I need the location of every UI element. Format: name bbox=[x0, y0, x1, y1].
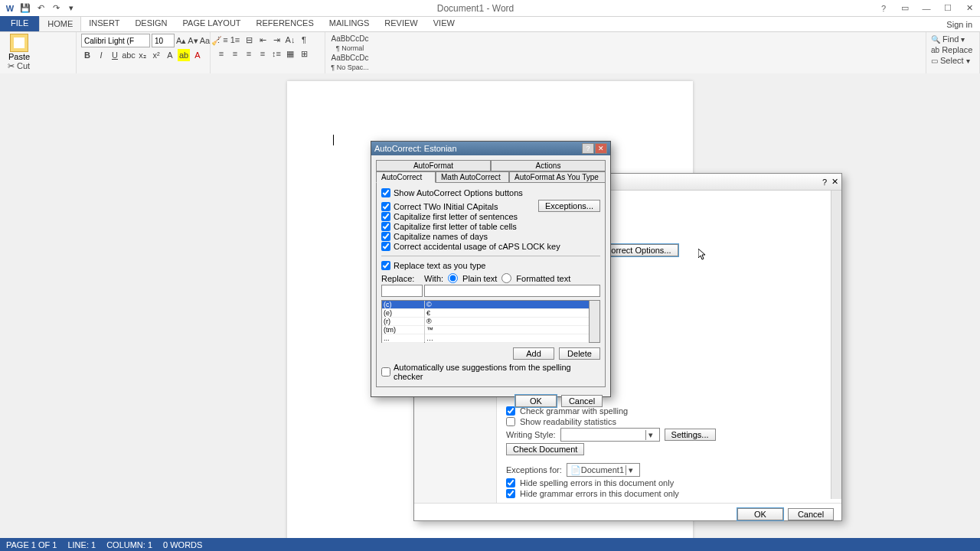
borders-icon[interactable]: ⊞ bbox=[298, 47, 310, 60]
signin-link[interactable]: Sign in bbox=[939, 18, 980, 31]
autocorrect-titlebar: AutoCorrect: Estonian ? ✕ bbox=[371, 142, 610, 155]
autocorrect-ok-button[interactable]: OK bbox=[515, 395, 557, 407]
help-icon[interactable]: ? bbox=[873, 0, 894, 17]
bold-button[interactable]: B bbox=[81, 49, 93, 61]
exceptions-combo[interactable]: 📄 Document1▾ bbox=[567, 463, 640, 477]
subscript-button[interactable]: x₂ bbox=[136, 49, 149, 61]
style-normal[interactable]: AaBbCcDc¶ Normal bbox=[330, 34, 370, 53]
tab-review[interactable]: REVIEW bbox=[377, 16, 425, 31]
writing-style-combo[interactable]: ▾ bbox=[560, 428, 660, 442]
autocorrect-close-icon[interactable]: ✕ bbox=[595, 143, 607, 154]
autocorrect-help-icon[interactable]: ? bbox=[582, 143, 594, 154]
tab-autoformat[interactable]: AutoFormat bbox=[376, 160, 491, 171]
maximize-icon[interactable]: ☐ bbox=[937, 0, 959, 17]
underline-button[interactable]: U bbox=[109, 49, 121, 61]
select-button[interactable]: ▭ Select ▾ bbox=[931, 55, 975, 66]
align-right-icon[interactable]: ≡ bbox=[243, 47, 255, 60]
status-page[interactable]: PAGE 1 OF 1 bbox=[6, 540, 57, 549]
ribbon-options-icon[interactable]: ▭ bbox=[894, 0, 916, 17]
options-close-icon[interactable]: ✕ bbox=[831, 177, 838, 187]
list-scrollbar[interactable] bbox=[589, 301, 599, 342]
align-center-icon[interactable]: ≡ bbox=[229, 47, 241, 60]
increase-indent-icon[interactable]: ⇥ bbox=[270, 34, 283, 46]
hide-grammar-chk[interactable] bbox=[506, 489, 515, 498]
italic-button[interactable]: I bbox=[95, 49, 107, 61]
replace-type-chk[interactable] bbox=[381, 261, 390, 270]
redo-icon[interactable]: ↷ bbox=[49, 2, 63, 15]
shading-icon[interactable]: ▦ bbox=[284, 47, 296, 60]
plain-text-radio[interactable] bbox=[448, 273, 458, 283]
grow-font-icon[interactable]: A▴ bbox=[176, 34, 186, 47]
superscript-button[interactable]: x² bbox=[150, 49, 162, 61]
strike-button[interactable]: abc bbox=[122, 49, 135, 61]
tab-insert[interactable]: INSERT bbox=[81, 16, 127, 31]
save-icon[interactable]: 💾 bbox=[18, 2, 32, 15]
tab-design[interactable]: DESIGN bbox=[127, 16, 175, 31]
options-scrollbar[interactable] bbox=[831, 191, 841, 499]
autocorrect-list[interactable]: (c)(e)(r)(tm)... ©€®™… bbox=[381, 300, 600, 343]
autocorrect-cancel-button[interactable]: Cancel bbox=[561, 395, 603, 407]
options-cancel-button[interactable]: Cancel bbox=[788, 508, 834, 520]
highlight-icon[interactable]: ab bbox=[178, 49, 190, 61]
justify-icon[interactable]: ≡ bbox=[256, 47, 269, 60]
close-icon[interactable]: ✕ bbox=[959, 0, 980, 17]
status-column[interactable]: COLUMN: 1 bbox=[106, 540, 152, 549]
replace-button[interactable]: ab Replace bbox=[931, 44, 975, 55]
numbering-icon[interactable]: 1≡ bbox=[229, 34, 241, 46]
decrease-indent-icon[interactable]: ⇤ bbox=[256, 34, 269, 46]
tab-mailings[interactable]: MAILINGS bbox=[322, 16, 377, 31]
tab-references[interactable]: REFERENCES bbox=[249, 16, 322, 31]
change-case-icon[interactable]: Aa bbox=[200, 34, 210, 47]
tab-page-layout[interactable]: PAGE LAYOUT bbox=[175, 16, 249, 31]
cut-button[interactable]: ✂ Cut bbox=[8, 61, 71, 71]
check-document-button[interactable]: Check Document bbox=[506, 443, 584, 455]
bullets-icon[interactable]: ⋮≡ bbox=[215, 34, 227, 46]
status-words[interactable]: 0 WORDS bbox=[163, 540, 202, 549]
cap-days-chk[interactable] bbox=[381, 232, 390, 241]
paste-button[interactable]: Paste bbox=[5, 34, 34, 61]
options-help-icon[interactable]: ? bbox=[822, 178, 827, 187]
font-group: A▴ A▾ Aa 🧹 B I U abc x₂ x² A ab A bbox=[77, 32, 211, 77]
multilevel-icon[interactable]: ⊟ bbox=[243, 34, 255, 46]
show-readability-chk[interactable] bbox=[506, 417, 515, 426]
tab-math-autocorrect[interactable]: Math AutoCorrect bbox=[436, 171, 509, 183]
show-buttons-chk[interactable] bbox=[381, 188, 390, 197]
replace-input[interactable] bbox=[381, 285, 423, 297]
align-left-icon[interactable]: ≡ bbox=[215, 47, 227, 60]
find-button[interactable]: 🔍 Find ▾ bbox=[931, 34, 975, 44]
correct-caps-chk[interactable] bbox=[381, 242, 390, 251]
settings-button[interactable]: Settings... bbox=[665, 429, 716, 441]
tab-autoformat-type[interactable]: AutoFormat As You Type bbox=[509, 171, 606, 183]
cap-cells-chk[interactable] bbox=[381, 222, 390, 231]
text-effects-icon[interactable]: A bbox=[164, 49, 176, 61]
correct-two-chk[interactable] bbox=[381, 202, 390, 211]
auto-suggest-label: Automatically use suggestions from the s… bbox=[394, 363, 600, 381]
options-ok-button[interactable]: OK bbox=[737, 508, 783, 520]
hide-spelling-chk[interactable] bbox=[506, 478, 515, 487]
font-color-icon[interactable]: A bbox=[191, 49, 204, 61]
tab-actions[interactable]: Actions bbox=[491, 160, 606, 171]
undo-icon[interactable]: ↶ bbox=[34, 2, 47, 15]
with-input[interactable] bbox=[424, 285, 600, 297]
tab-view[interactable]: VIEW bbox=[426, 16, 462, 31]
add-button[interactable]: Add bbox=[513, 347, 554, 360]
line-spacing-icon[interactable]: ↕≡ bbox=[270, 47, 283, 60]
delete-button[interactable]: Delete bbox=[559, 347, 600, 360]
tab-home[interactable]: HOME bbox=[39, 16, 81, 31]
font-size-combo[interactable] bbox=[152, 34, 175, 47]
auto-suggest-chk[interactable] bbox=[381, 367, 390, 377]
shrink-font-icon[interactable]: A▾ bbox=[188, 34, 198, 47]
sort-icon[interactable]: A↓ bbox=[284, 34, 296, 46]
show-marks-icon[interactable]: ¶ bbox=[298, 34, 310, 46]
show-readability-label: Show readability statistics bbox=[520, 417, 616, 426]
style-nospac[interactable]: AaBbCcDc¶ No Spac... bbox=[330, 53, 370, 72]
exceptions-button[interactable]: Exceptions... bbox=[538, 200, 600, 212]
tab-autocorrect[interactable]: AutoCorrect bbox=[376, 171, 436, 183]
status-line[interactable]: LINE: 1 bbox=[67, 540, 96, 549]
formatted-radio[interactable] bbox=[501, 273, 511, 283]
cap-sentences-chk[interactable] bbox=[381, 212, 390, 221]
qat-dropdown-icon[interactable]: ▾ bbox=[64, 2, 78, 15]
file-tab[interactable]: FILE bbox=[0, 16, 39, 31]
minimize-icon[interactable]: — bbox=[916, 0, 937, 17]
font-name-combo[interactable] bbox=[81, 34, 150, 47]
